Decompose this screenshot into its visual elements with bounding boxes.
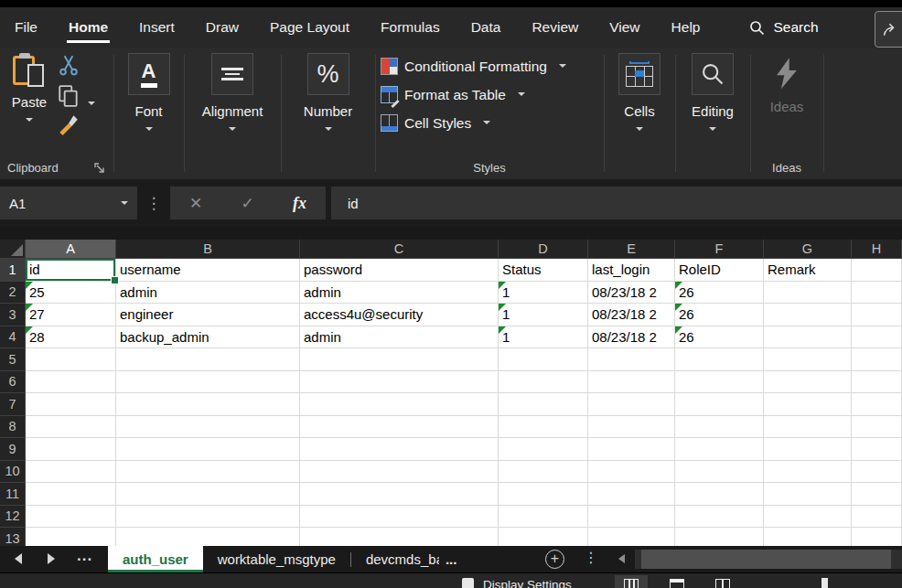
cell-D12[interactable]: [499, 506, 588, 529]
cell-H13[interactable]: [852, 528, 902, 546]
cell-H4[interactable]: [852, 326, 902, 349]
cell-A7[interactable]: [26, 393, 116, 416]
cell-B3[interactable]: engineer: [116, 304, 300, 326]
editing-group[interactable]: Editing: [675, 48, 750, 179]
sheet-nav-right-icon[interactable]: [48, 553, 55, 564]
cell-H11[interactable]: [852, 483, 902, 506]
cell-E1[interactable]: last_login: [588, 259, 675, 282]
cell-E13[interactable]: [588, 528, 675, 546]
cell-B4[interactable]: backup_admin: [116, 326, 300, 349]
cell-A4[interactable]: 28: [26, 326, 116, 349]
cell-D2[interactable]: 1: [499, 282, 588, 305]
cell-E5[interactable]: [588, 348, 675, 371]
normal-view-button[interactable]: [615, 575, 648, 588]
copy-caret-icon[interactable]: [88, 102, 95, 105]
cell-F4[interactable]: 26: [675, 326, 764, 349]
share-button[interactable]: [875, 11, 902, 48]
cell-B1[interactable]: username: [116, 259, 300, 282]
row-header-6[interactable]: 6: [0, 371, 26, 394]
menu-tab-formulas[interactable]: Formulas: [379, 7, 442, 48]
row-header-3[interactable]: 3: [0, 304, 26, 326]
cell-H1[interactable]: [852, 259, 902, 282]
cell-G12[interactable]: [764, 506, 852, 529]
column-header-G[interactable]: G: [764, 240, 852, 259]
page-break-view-button[interactable]: [706, 575, 739, 588]
menu-tab-file[interactable]: File: [13, 7, 39, 48]
conditional-formatting-button[interactable]: Conditional Formatting: [375, 52, 604, 80]
cell-D8[interactable]: [499, 416, 588, 439]
paste-button[interactable]: Paste: [7, 53, 51, 122]
menu-tab-data[interactable]: Data: [469, 7, 503, 48]
cell-B10[interactable]: [116, 461, 300, 484]
sheet-tab-worktable-msgtype[interactable]: worktable_msgtype: [203, 546, 350, 572]
sheet-tab-auth-user[interactable]: auth_user: [108, 546, 203, 572]
column-header-D[interactable]: D: [499, 240, 588, 259]
formula-input[interactable]: id: [331, 187, 902, 219]
cell-F13[interactable]: [675, 528, 764, 546]
cell-G1[interactable]: Remark: [764, 259, 852, 282]
row-header-9[interactable]: 9: [0, 438, 26, 461]
cell-D4[interactable]: 1: [499, 326, 588, 349]
cell-F8[interactable]: [675, 416, 764, 439]
cell-B13[interactable]: [116, 528, 300, 546]
cell-C10[interactable]: [300, 461, 499, 484]
cell-E6[interactable]: [588, 371, 675, 394]
search-control[interactable]: Search: [749, 7, 818, 48]
menu-tab-draw[interactable]: Draw: [204, 7, 241, 48]
cell-A1[interactable]: id: [26, 259, 116, 282]
cell-D10[interactable]: [499, 461, 588, 484]
sheet-tab-menu-icon[interactable]: ⋮: [584, 549, 598, 566]
more-sheets-indicator[interactable]: ...: [77, 547, 92, 565]
menu-tab-help[interactable]: Help: [670, 7, 703, 48]
formula-bar-options-icon[interactable]: ⋮: [146, 187, 161, 219]
cell-G8[interactable]: [764, 416, 852, 439]
cell-F3[interactable]: 26: [675, 304, 764, 326]
row-header-5[interactable]: 5: [0, 348, 26, 371]
cell-H5[interactable]: [852, 348, 902, 371]
horizontal-scrollbar-thumb[interactable]: [641, 550, 891, 569]
cell-D5[interactable]: [499, 348, 588, 371]
cell-H7[interactable]: [852, 393, 902, 416]
cell-F2[interactable]: 26: [675, 282, 764, 305]
clipboard-dialog-launcher-icon[interactable]: [93, 162, 106, 175]
row-header-7[interactable]: 7: [0, 393, 26, 416]
cell-styles-button[interactable]: Cell Styles: [375, 109, 604, 137]
cell-E3[interactable]: 08/23/18 2: [588, 304, 675, 326]
insert-function-button[interactable]: fx: [293, 194, 306, 213]
display-settings-label[interactable]: Display Settings: [483, 578, 572, 588]
horizontal-scrollbar[interactable]: [635, 550, 902, 569]
row-header-8[interactable]: 8: [0, 416, 26, 439]
new-sheet-button[interactable]: +: [545, 550, 564, 569]
cell-G13[interactable]: [764, 528, 852, 546]
cell-A2[interactable]: 25: [26, 282, 116, 305]
font-group[interactable]: A Font: [113, 48, 184, 179]
cell-B11[interactable]: [116, 483, 300, 506]
cell-A3[interactable]: 27: [26, 304, 116, 326]
cell-F9[interactable]: [675, 438, 764, 461]
cell-H2[interactable]: [852, 282, 902, 305]
name-box[interactable]: A1: [0, 187, 137, 219]
row-header-10[interactable]: 10: [0, 461, 26, 484]
cell-C9[interactable]: [300, 438, 499, 461]
cell-B12[interactable]: [116, 506, 300, 529]
cell-E10[interactable]: [588, 461, 675, 484]
cell-F5[interactable]: [675, 348, 764, 371]
cell-F10[interactable]: [675, 461, 764, 484]
cell-F7[interactable]: [675, 393, 764, 416]
cell-C5[interactable]: [300, 348, 499, 371]
cell-B5[interactable]: [116, 348, 300, 371]
column-header-A[interactable]: A: [26, 240, 116, 259]
cells-group[interactable]: Cells: [604, 48, 675, 179]
menu-tab-view[interactable]: View: [607, 7, 641, 48]
cell-D9[interactable]: [499, 438, 588, 461]
cell-G11[interactable]: [764, 483, 852, 506]
cell-C6[interactable]: [300, 371, 499, 394]
cell-E2[interactable]: 08/23/18 2: [588, 282, 675, 305]
cell-E9[interactable]: [588, 438, 675, 461]
cell-A8[interactable]: [26, 416, 116, 439]
cell-A10[interactable]: [26, 461, 116, 484]
column-header-F[interactable]: F: [675, 240, 764, 259]
column-header-H[interactable]: H: [852, 240, 902, 259]
cancel-button[interactable]: ✕: [189, 194, 202, 213]
cell-E8[interactable]: [588, 416, 675, 439]
